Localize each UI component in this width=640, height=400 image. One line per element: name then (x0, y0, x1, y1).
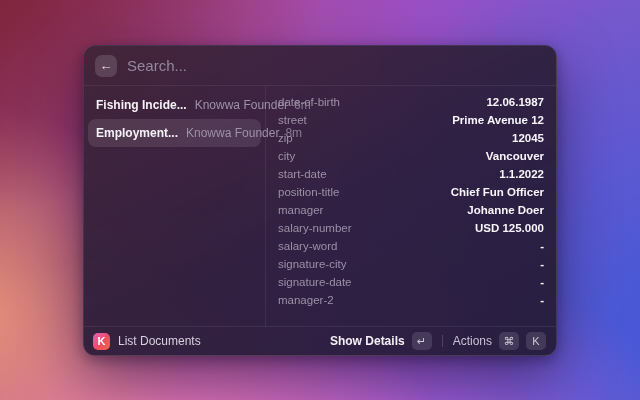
detail-label: signature-date (278, 276, 352, 288)
content-area: Fishing Incide... Knowwa Founder 6m Empl… (84, 86, 556, 326)
detail-value: 12045 (512, 132, 544, 144)
detail-value: 1.1.2022 (499, 168, 544, 180)
command-name-label: List Documents (118, 334, 201, 348)
detail-label: salary-number (278, 222, 352, 234)
knowwa-app-icon: K (93, 333, 110, 350)
footer-actions: Show Details ↵ Actions ⌘ K (330, 332, 546, 350)
list-item-title: Fishing Incide... (96, 98, 187, 112)
detail-label: manager (278, 204, 323, 216)
command-palette-window: ← Fishing Incide... Knowwa Founder 6m Em… (83, 45, 557, 356)
detail-row: start-date 1.1.2022 (278, 165, 544, 183)
detail-value: - (540, 276, 544, 288)
detail-row: street Prime Avenue 12 (278, 111, 544, 129)
document-list: Fishing Incide... Knowwa Founder 6m Empl… (84, 86, 266, 326)
detail-row: salary-word - (278, 237, 544, 255)
detail-label: city (278, 150, 295, 162)
command-key-icon: ⌘ (499, 332, 519, 350)
detail-value: - (540, 294, 544, 306)
detail-row: position-title Chief Fun Officer (278, 183, 544, 201)
detail-value: Johanne Doer (467, 204, 544, 216)
detail-label: start-date (278, 168, 327, 180)
search-bar: ← (84, 46, 556, 86)
detail-row: signature-date - (278, 273, 544, 291)
return-key-icon: ↵ (412, 332, 432, 350)
detail-value: Chief Fun Officer (451, 186, 544, 198)
show-details-button[interactable]: Show Details (330, 334, 405, 348)
detail-value: 12.06.1987 (486, 96, 544, 108)
detail-row: manager-2 - (278, 291, 544, 309)
detail-pane: date-of-birth 12.06.1987 street Prime Av… (266, 86, 556, 326)
detail-row: salary-number USD 125.000 (278, 219, 544, 237)
detail-value: Prime Avenue 12 (452, 114, 544, 126)
list-item-fishing-incident[interactable]: Fishing Incide... Knowwa Founder 6m (88, 91, 261, 119)
detail-label: street (278, 114, 307, 126)
detail-value: - (540, 240, 544, 252)
detail-label: zip (278, 132, 293, 144)
k-key-icon: K (526, 332, 546, 350)
detail-label: signature-city (278, 258, 346, 270)
detail-row: manager Johanne Doer (278, 201, 544, 219)
footer-action-bar: K List Documents Show Details ↵ Actions … (84, 326, 556, 355)
back-button[interactable]: ← (95, 55, 117, 77)
detail-value: - (540, 258, 544, 270)
detail-label: date-of-birth (278, 96, 340, 108)
search-input[interactable] (127, 57, 545, 74)
actions-button[interactable]: Actions (453, 334, 492, 348)
back-arrow-icon: ← (100, 58, 113, 73)
detail-row: signature-city - (278, 255, 544, 273)
detail-label: position-title (278, 186, 339, 198)
detail-row: date-of-birth 12.06.1987 (278, 93, 544, 111)
detail-label: manager-2 (278, 294, 334, 306)
detail-row: city Vancouver (278, 147, 544, 165)
desktop-background: { "window": { "search": { "back_glyph": … (0, 0, 640, 400)
list-item-title: Employment... (96, 126, 178, 140)
detail-value: Vancouver (486, 150, 544, 162)
detail-value: USD 125.000 (475, 222, 544, 234)
footer-separator (442, 335, 443, 347)
list-item-employment[interactable]: Employment... Knowwa Founder 8m (88, 119, 261, 147)
detail-row: zip 12045 (278, 129, 544, 147)
detail-label: salary-word (278, 240, 337, 252)
